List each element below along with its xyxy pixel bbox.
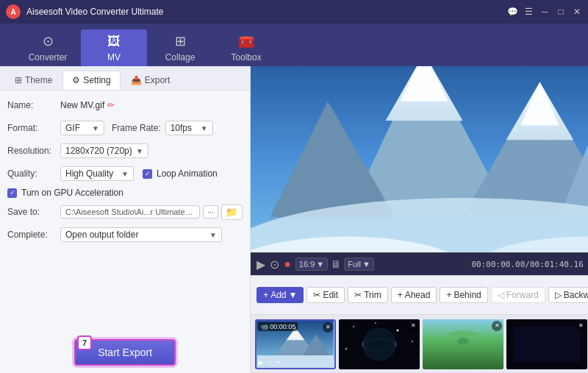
loop-checkbox[interactable]: ✓	[143, 169, 152, 179]
film-item-1[interactable]: 📹 00:00:05 ▶ ☆ ✂ ✕	[255, 319, 336, 369]
film-video-icon: 📹	[260, 323, 268, 330]
edit-button[interactable]: ✂ Edit	[306, 287, 345, 303]
svg-point-22	[412, 341, 413, 342]
export-tab-icon: 📤	[131, 75, 142, 85]
film-badge-3: ✕	[492, 321, 502, 331]
complete-label: Complete:	[7, 230, 60, 240]
film-cut-icon[interactable]: ✂	[275, 358, 281, 366]
resolution-arrow-icon: ▼	[136, 147, 143, 155]
stop-icon[interactable]: ⊙	[270, 257, 279, 271]
frame-rate-group: Frame Rate: 10fps ▼	[112, 121, 213, 135]
converter-icon: ⊙	[43, 33, 54, 49]
forward-button[interactable]: ◁ Forward	[491, 287, 545, 303]
maximize-icon[interactable]: □	[556, 7, 566, 17]
aspect-ratio-select[interactable]: 16:9 ▼	[295, 257, 328, 271]
ahead-button[interactable]: + Ahead	[391, 287, 437, 303]
complete-arrow-icon: ▼	[209, 231, 217, 239]
trim-button[interactable]: ✂ Trim	[348, 287, 388, 303]
resolution-select[interactable]: 1280x720 (720p) ▼	[60, 143, 148, 158]
ratio-arrow-icon: ▼	[316, 260, 324, 269]
svg-rect-31	[514, 327, 580, 362]
film-play-icon[interactable]: ▶	[258, 358, 264, 366]
gpu-label: Turn on GPU Acceleration	[21, 188, 123, 198]
film-controls-1: ▶ ☆ ✂	[258, 358, 281, 366]
minimize-icon[interactable]: ─	[539, 7, 550, 17]
nav-tabs: ⊙ Converter 🖼 MV ⊞ Collage 🧰 Toolbox	[0, 24, 588, 66]
collage-icon: ⊞	[175, 33, 186, 49]
quality-label: Quality:	[7, 168, 60, 179]
trim-icon: ✂	[354, 290, 362, 300]
name-label: Name:	[7, 100, 60, 110]
video-controls: ▶ ⊙ ● 16:9 ▼ 🖥 Full ▼ 00:00:00.00/00:01:…	[251, 252, 588, 275]
film-x-icon-3[interactable]: ✕	[495, 322, 500, 329]
backward-icon: ▷	[555, 290, 562, 300]
record-icon[interactable]: ●	[284, 257, 291, 271]
tab-converter-label: Converter	[29, 52, 68, 63]
complete-select[interactable]: Open output folder ▼	[60, 227, 222, 242]
video-preview: Aiseesoft Studio	[251, 66, 588, 252]
complete-row: Complete: Open output folder ▼	[7, 226, 243, 244]
bottom-toolbar: + Add ▼ ✂ Edit ✂ Trim + Ahead + Behind ◁	[251, 275, 588, 314]
film-x-icon-2[interactable]: ✕	[411, 322, 416, 329]
aspect-ratio-group: 16:9 ▼ 🖥 Full ▼	[295, 257, 374, 271]
film-item-2[interactable]: ✕	[339, 319, 420, 369]
quality-arrow-icon: ▼	[121, 170, 129, 178]
format-arrow-icon: ▼	[92, 124, 99, 132]
format-row: Format: GIF ▼ Frame Rate: 10fps ▼	[7, 119, 243, 137]
resolution-row: Resolution: 1280x720 (720p) ▼	[7, 142, 243, 160]
film-star-icon[interactable]: ☆	[266, 358, 273, 366]
gpu-checkbox[interactable]: ✓	[7, 188, 17, 198]
monitor-icon: 🖥	[331, 258, 341, 270]
film-item-4[interactable]: ✕	[506, 319, 587, 369]
tab-collage[interactable]: ⊞ Collage	[147, 29, 213, 66]
quality-select[interactable]: High Quality ▼	[60, 166, 134, 181]
theme-tab-icon: ⊞	[15, 75, 22, 85]
film-item-3[interactable]: ✕	[423, 319, 503, 369]
play-icon[interactable]: ▶	[257, 257, 265, 271]
save-to-controls: C:\Aiseesoft Studio\Ai...r Ultimate\MV E…	[60, 205, 243, 220]
open-folder-button[interactable]: 📁	[221, 205, 243, 220]
close-icon[interactable]: ✕	[572, 7, 582, 17]
film-badge-2: ✕	[408, 321, 418, 331]
frame-rate-select[interactable]: 10fps ▼	[165, 121, 213, 135]
backward-button[interactable]: ▷ Backward	[548, 287, 588, 303]
add-button[interactable]: + Add ▼	[257, 287, 304, 303]
subtab-theme[interactable]: ⊞ Theme	[6, 71, 61, 90]
tab-converter[interactable]: ⊙ Converter	[15, 29, 81, 66]
chat-icon[interactable]: 💬	[507, 7, 517, 17]
save-to-row: Save to: C:\Aiseesoft Studio\Ai...r Ulti…	[7, 203, 243, 221]
name-row: Name: New MV.gif ✏	[7, 96, 243, 114]
subtab-setting[interactable]: ⚙ Setting	[62, 71, 120, 90]
gpu-row: ✓ Turn on GPU Acceleration	[7, 188, 243, 198]
svg-point-23	[345, 347, 348, 349]
save-to-label: Save to:	[7, 207, 60, 217]
film-x-icon-4[interactable]: ✕	[578, 322, 584, 329]
fit-mode-select[interactable]: Full ▼	[344, 257, 374, 271]
film-badge-4: ✕	[576, 321, 586, 331]
theme-tab-label: Theme	[25, 75, 52, 85]
left-panel: ⊞ Theme ⚙ Setting 📤 Export Name: New MV.…	[0, 66, 251, 373]
resolution-label: Resolution:	[7, 146, 60, 156]
sub-tabs: ⊞ Theme ⚙ Setting 📤 Export	[0, 66, 250, 90]
setting-tab-label: Setting	[83, 75, 110, 85]
name-value: New MV.gif ✏	[60, 100, 115, 110]
svg-point-28	[457, 338, 469, 345]
subtab-export[interactable]: 📤 Export	[122, 71, 179, 90]
time-display: 00:00:00.00/00:01:40.16	[379, 260, 584, 269]
behind-icon: +	[446, 290, 451, 300]
app-title: Aiseesoft Video Converter Ultimate	[26, 7, 507, 17]
step-badge: 7	[77, 335, 92, 350]
mountain-svg	[251, 66, 588, 252]
browse-dots-button[interactable]: ···	[203, 205, 218, 219]
tab-mv[interactable]: 🖼 MV	[81, 29, 147, 66]
main-content: ⊞ Theme ⚙ Setting 📤 Export Name: New MV.…	[0, 66, 588, 373]
window-controls: 💬 ☰ ─ □ ✕	[507, 7, 582, 17]
edit-name-icon[interactable]: ✏	[107, 100, 115, 110]
behind-button[interactable]: + Behind	[440, 287, 487, 303]
format-select[interactable]: GIF ▼	[60, 121, 104, 135]
forward-icon: ◁	[498, 290, 504, 300]
film-x-icon[interactable]: ✕	[326, 324, 331, 330]
tab-toolbox[interactable]: 🧰 Toolbox	[213, 29, 279, 66]
filmstrip: 📹 00:00:05 ▶ ☆ ✂ ✕	[251, 314, 588, 373]
menu-icon[interactable]: ☰	[523, 7, 534, 17]
